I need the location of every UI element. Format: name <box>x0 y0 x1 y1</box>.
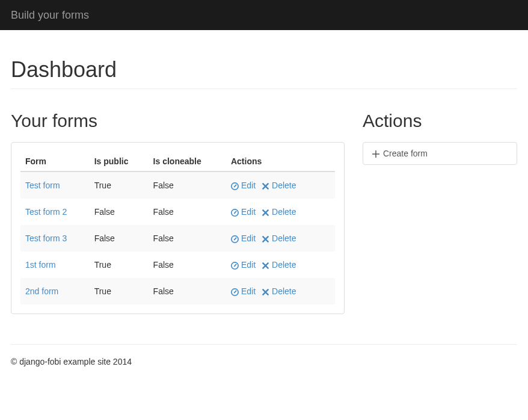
delete-link[interactable]: Delete <box>262 207 296 217</box>
edit-icon <box>231 207 239 217</box>
create-form-link[interactable]: Create form <box>363 143 517 164</box>
forms-panel: Form Is public Is cloneable Actions Test… <box>11 142 345 314</box>
edit-link[interactable]: Edit <box>231 233 256 243</box>
form-name-link[interactable]: 1st form <box>25 260 56 270</box>
edit-icon <box>231 233 239 243</box>
actions-list: Create form <box>363 142 517 165</box>
delete-label: Delete <box>272 207 296 217</box>
edit-link[interactable]: Edit <box>231 260 256 270</box>
is-cloneable-cell: False <box>149 278 226 304</box>
is-public-cell: True <box>90 171 149 199</box>
navbar-brand[interactable]: Build your forms <box>11 9 89 22</box>
is-public-cell: False <box>90 225 149 252</box>
form-name-link[interactable]: Test form 3 <box>25 233 67 243</box>
edit-icon <box>231 181 239 190</box>
is-public-cell: False <box>90 199 149 225</box>
is-public-cell: True <box>90 278 149 304</box>
your-forms-heading: Your forms <box>11 111 345 131</box>
delete-icon <box>262 260 269 270</box>
create-form-label: Create form <box>383 149 428 158</box>
forms-table: Form Is public Is cloneable Actions Test… <box>20 152 335 304</box>
plus-icon <box>372 149 379 158</box>
footer-text: © django-fobi example site 2014 <box>11 357 517 378</box>
is-cloneable-cell: False <box>149 252 226 278</box>
edit-label: Edit <box>241 260 256 270</box>
is-cloneable-cell: False <box>149 199 226 225</box>
table-row: 1st formTrueFalseEditDelete <box>20 252 335 278</box>
delete-link[interactable]: Delete <box>262 286 296 296</box>
form-name-link[interactable]: 2nd form <box>25 286 58 296</box>
table-row: Test form 2FalseFalseEditDelete <box>20 199 335 225</box>
actions-heading: Actions <box>363 111 517 131</box>
edit-label: Edit <box>241 181 256 190</box>
table-row: 2nd formTrueFalseEditDelete <box>20 278 335 304</box>
col-actions: Actions <box>226 152 335 171</box>
navbar: Build your forms <box>0 0 528 30</box>
form-name-link[interactable]: Test form 2 <box>25 207 67 217</box>
edit-link[interactable]: Edit <box>231 207 256 217</box>
page-title: Dashboard <box>11 57 517 89</box>
table-row: Test formTrueFalseEditDelete <box>20 171 335 199</box>
delete-link[interactable]: Delete <box>262 260 296 270</box>
col-is-public: Is public <box>90 152 149 171</box>
delete-icon <box>262 233 269 243</box>
delete-label: Delete <box>272 233 296 243</box>
form-name-link[interactable]: Test form <box>25 181 60 190</box>
edit-label: Edit <box>241 207 256 217</box>
delete-label: Delete <box>272 181 296 190</box>
edit-icon <box>231 260 239 270</box>
delete-link[interactable]: Delete <box>262 181 296 190</box>
edit-link[interactable]: Edit <box>231 286 256 296</box>
table-row: Test form 3FalseFalseEditDelete <box>20 225 335 252</box>
edit-label: Edit <box>241 233 256 243</box>
delete-icon <box>262 207 269 217</box>
is-cloneable-cell: False <box>149 225 226 252</box>
col-is-cloneable: Is cloneable <box>149 152 226 171</box>
is-cloneable-cell: False <box>149 171 226 199</box>
delete-icon <box>262 286 269 296</box>
col-form: Form <box>20 152 90 171</box>
edit-icon <box>231 286 239 296</box>
delete-icon <box>262 181 269 190</box>
delete-label: Delete <box>272 260 296 270</box>
is-public-cell: True <box>90 252 149 278</box>
edit-label: Edit <box>241 286 256 296</box>
delete-label: Delete <box>272 286 296 296</box>
edit-link[interactable]: Edit <box>231 181 256 190</box>
footer-divider <box>11 344 517 345</box>
delete-link[interactable]: Delete <box>262 233 296 243</box>
